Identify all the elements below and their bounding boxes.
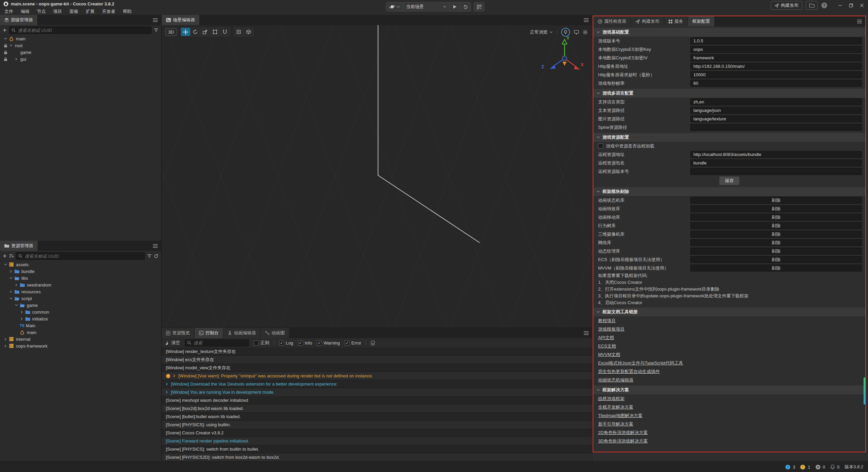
field-value-input[interactable]: bundle (690, 159, 862, 166)
field-value-input[interactable]: framework (690, 54, 862, 61)
tree-item[interactable]: common (0, 309, 161, 315)
chevron-down-icon[interactable] (14, 304, 19, 306)
scene-viewport[interactable]: 3D 正常浏览 (162, 25, 592, 328)
field-value-input[interactable]: 10000 (690, 71, 862, 78)
tab-animEd[interactable]: 动画编辑器 (223, 328, 261, 338)
chevron-right-icon[interactable] (166, 391, 168, 394)
view-mode-dropdown[interactable]: 正常浏览 (530, 29, 553, 35)
chevron-down-icon[interactable] (8, 44, 14, 46)
chevron-down-icon[interactable] (3, 38, 8, 40)
build-publish-button[interactable]: 构建发布 (771, 1, 802, 10)
field-value-input[interactable] (690, 124, 862, 131)
log-row[interactable]: [Window] Download the Vue Devtools exten… (162, 380, 592, 388)
remove-module-button[interactable]: 剔除 (690, 231, 862, 238)
filter-log[interactable]: ✓Log (279, 340, 293, 346)
doc-link[interactable]: Tiledmap地图解决方案 (598, 413, 643, 419)
orientation-gizmo[interactable]: Y X Z (541, 36, 588, 83)
field-value-input[interactable]: 1.0.5 (690, 37, 862, 44)
console-search-input[interactable] (193, 340, 246, 346)
menu-7[interactable]: 帮助 (119, 8, 135, 15)
hierarchy-searchbox[interactable] (9, 26, 152, 34)
tree-item[interactable]: oops-framework (0, 342, 161, 349)
tree-item[interactable]: assets (0, 261, 161, 268)
chevron-down-icon[interactable] (597, 191, 600, 193)
field-value-input[interactable]: oops (690, 46, 862, 53)
log-row[interactable]: [Window] You are running Vue in developm… (162, 388, 592, 396)
add-node-button[interactable] (3, 28, 7, 32)
menu-4[interactable]: 面板 (66, 8, 82, 15)
doc-link[interactable]: 新手引导解决方案 (598, 421, 633, 427)
scene-light-toggle[interactable] (561, 28, 570, 37)
chevron-down-icon[interactable] (597, 92, 600, 94)
remove-module-button[interactable]: 剔除 (690, 248, 862, 255)
log-row[interactable]: [Scene] [box2d]:box2d wasm lib loaded. (162, 405, 592, 413)
panel-menu-icon[interactable] (153, 18, 158, 22)
panel-menu-icon[interactable] (584, 18, 589, 22)
regex-checkbox[interactable] (254, 340, 259, 346)
tab-grid4[interactable]: 服务 (664, 16, 688, 26)
field-value-input[interactable] (690, 168, 862, 175)
chevron-right-icon[interactable] (8, 290, 14, 293)
remove-module-button[interactable]: 剔除 (690, 239, 862, 246)
doc-link[interactable]: API文档 (598, 335, 614, 341)
doc-link[interactable]: 2D角色扮演游戏解决方案 (598, 430, 648, 436)
field-value-input[interactable]: http://192.168.0.150/main/ (690, 63, 862, 70)
field-value-input[interactable]: http://localhost:8083/assets/bundle (690, 151, 862, 158)
panel-menu-icon[interactable] (857, 20, 862, 23)
remove-module-button[interactable]: 剔除 (690, 214, 862, 221)
log-row[interactable]: [Window] ecs文件夹存在 (162, 356, 592, 364)
scale-tool-button[interactable] (201, 28, 210, 36)
clear-console-button[interactable]: 清空 (165, 340, 180, 346)
tree-item[interactable]: initialize (0, 315, 161, 322)
field-value-input[interactable]: zh,en (690, 98, 862, 105)
bell-icon[interactable] (830, 465, 835, 469)
doc-link[interactable]: 全栈开发解决方案 (598, 404, 633, 410)
chevron-down-icon[interactable] (3, 263, 8, 266)
scrollbar-thumb[interactable] (864, 377, 865, 405)
log-row[interactable]: [Scene] [PHYSICS2D]: switch from box2d-w… (162, 453, 592, 461)
menu-2[interactable]: 节点 (33, 8, 50, 15)
rotate-tool-button[interactable] (191, 28, 200, 36)
console-log-list[interactable]: [Window] render_texture文件夹存在[Window] ecs… (162, 348, 592, 461)
doc-link[interactable]: 3D角色扮演游戏解决方案 (598, 438, 648, 444)
tab-inspectorTab[interactable]: 属性检查器 (593, 16, 631, 26)
move-tool-button[interactable] (181, 28, 190, 36)
tree-item[interactable]: script (0, 295, 161, 302)
log-row[interactable]: [Scene] [PHYSICS]: using builtin. (162, 421, 592, 429)
log-row[interactable]: ![Window] [Vue warn]: Property "onInput"… (162, 372, 592, 380)
filter-checkbox[interactable]: ✓ (279, 340, 284, 346)
remove-module-button[interactable]: 剔除 (690, 256, 862, 263)
doc-link[interactable]: 教程项目 (598, 318, 616, 324)
field-value-input[interactable]: language/texture (690, 115, 862, 122)
tree-item[interactable]: main (0, 329, 161, 336)
log-row[interactable]: [Scene] [bullet]:bullet wasm lib loaded. (162, 413, 592, 421)
chevron-down-icon[interactable] (8, 277, 14, 279)
tab-plane[interactable]: 构建发布 (631, 16, 664, 26)
pivot-toggle-button[interactable] (234, 28, 243, 36)
tree-item[interactable]: main (0, 35, 161, 42)
restart-button[interactable] (460, 2, 471, 11)
open-project-folder-button[interactable] (806, 1, 818, 10)
tree-item[interactable]: libs (0, 275, 161, 281)
info-badge-icon[interactable]: i (785, 465, 790, 470)
chevron-right-icon[interactable] (19, 311, 24, 314)
field-value-input[interactable]: language/json (690, 107, 862, 114)
filter-error[interactable]: ✓Error (344, 340, 361, 346)
assets-searchbox[interactable] (16, 252, 145, 260)
log-row[interactable]: [Scene] [PHYSICS]: switch from builtin t… (162, 445, 592, 453)
restore-button[interactable] (849, 3, 853, 7)
doc-link[interactable]: 游戏模板项目 (598, 326, 625, 332)
chevron-right-icon[interactable] (3, 338, 8, 341)
menu-0[interactable]: 文件 (1, 8, 17, 15)
tree-item[interactable]: seedrandom (0, 281, 161, 288)
regex-toggle[interactable]: 正则 (254, 340, 269, 346)
section-header[interactable]: 框架解决方案 (593, 386, 865, 394)
chevron-down-icon[interactable] (597, 389, 600, 391)
tab-console[interactable]: 控制台 (195, 328, 223, 338)
filter-info[interactable]: ✓Info (298, 340, 312, 346)
chevron-right-icon[interactable] (14, 283, 19, 287)
close-button[interactable] (860, 3, 864, 7)
preview-target-button[interactable] (386, 2, 403, 11)
tree-item[interactable]: resources (0, 288, 161, 295)
chevron-right-icon[interactable] (19, 317, 24, 320)
